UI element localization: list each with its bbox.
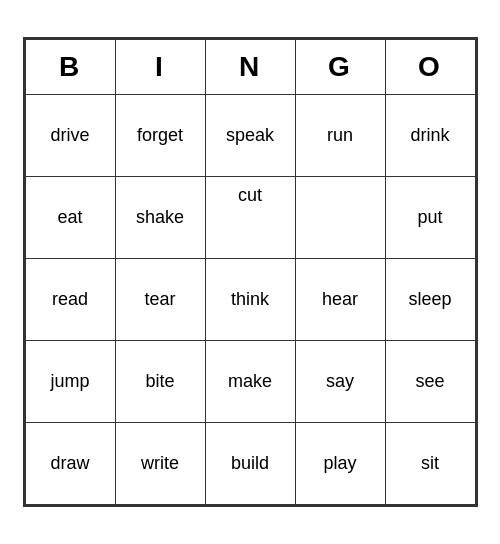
header-row: B I N G O [25,40,475,95]
table-row: jump bite make say see [25,341,475,423]
cell-r3c2: tear [115,259,205,341]
cell-r2c1: eat [25,177,115,259]
cell-r1c4: run [295,95,385,177]
cell-r2c5: put [385,177,475,259]
cell-r3c4: hear [295,259,385,341]
cell-r3c1: read [25,259,115,341]
cell-r3c3: think [205,259,295,341]
cell-r1c2: forget [115,95,205,177]
table-row: drive forget speak run drink [25,95,475,177]
header-o: O [385,40,475,95]
cell-r4c4: say [295,341,385,423]
cell-r1c5: drink [385,95,475,177]
table-row: draw write build play sit [25,423,475,505]
cell-r5c3: build [205,423,295,505]
cell-r5c1: draw [25,423,115,505]
cell-r1c1: drive [25,95,115,177]
header-i: I [115,40,205,95]
cell-r4c2: bite [115,341,205,423]
cell-r5c4: play [295,423,385,505]
cell-r4c5: see [385,341,475,423]
table-row: eat shake cut put [25,177,475,259]
cell-r2c2: shake [115,177,205,259]
cell-r4c3: make [205,341,295,423]
cell-r5c5: sit [385,423,475,505]
cell-r3c5: sleep [385,259,475,341]
cell-r5c2: write [115,423,205,505]
bingo-card: B I N G O drive forget speak run drink e… [23,37,478,507]
table-row: read tear think hear sleep [25,259,475,341]
cell-r4c1: jump [25,341,115,423]
cell-r1c3: speak [205,95,295,177]
cell-r2c4 [295,177,385,259]
header-b: B [25,40,115,95]
header-n: N [205,40,295,95]
cell-r2c3: cut [205,177,295,259]
header-g: G [295,40,385,95]
